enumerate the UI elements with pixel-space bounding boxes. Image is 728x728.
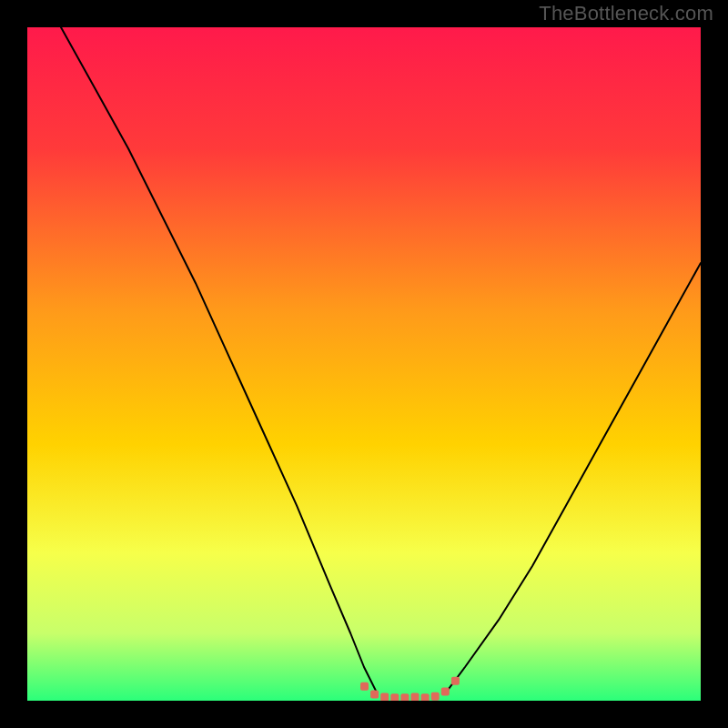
gradient-background [27, 27, 701, 701]
plot-area [27, 27, 701, 701]
valley-dot [441, 688, 450, 696]
valley-dot [431, 693, 440, 701]
valley-dot [360, 682, 369, 691]
chart-frame: TheBottleneck.com [0, 0, 728, 728]
valley-dot [421, 693, 430, 701]
valley-dot [380, 693, 389, 701]
valley-dot [370, 691, 379, 699]
valley-dot [390, 693, 399, 701]
chart-svg [27, 27, 701, 701]
valley-dot [451, 677, 460, 685]
attribution-text: TheBottleneck.com [539, 2, 713, 25]
valley-dot [400, 693, 409, 701]
valley-dot [411, 693, 420, 701]
